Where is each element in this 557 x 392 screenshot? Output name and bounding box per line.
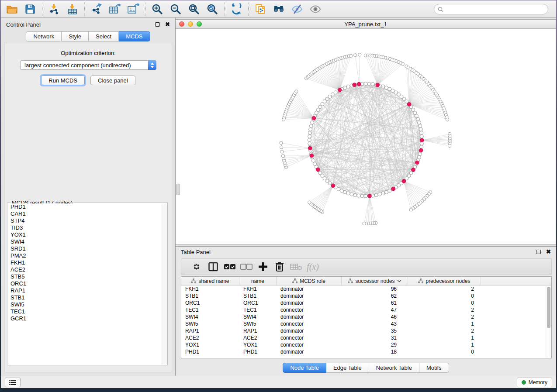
first-neighbors-button[interactable] — [271, 2, 286, 16]
zoom-selected-button[interactable] — [205, 2, 220, 16]
main-area: Control Panel ✖ NetworkStyleSelectMCDS O… — [1, 18, 556, 376]
hide-selected-button[interactable] — [290, 2, 304, 16]
memory-button[interactable]: Memory — [517, 378, 552, 387]
toolbar-separator — [224, 3, 225, 16]
mcds-result-item[interactable]: FKH1 — [8, 259, 162, 266]
mcds-result-item[interactable]: PMA2 — [8, 252, 162, 259]
network-canvas[interactable] — [176, 29, 556, 244]
table-row[interactable]: YOX1YOX1connector291 — [181, 341, 551, 348]
close-panel-button[interactable]: Close panel — [90, 76, 135, 85]
cell-predecessor-nodes: 2 — [408, 314, 481, 320]
add-column-button[interactable] — [255, 259, 271, 274]
refresh-view-button[interactable] — [229, 2, 244, 16]
tab-mcds[interactable]: MCDS — [119, 31, 150, 41]
tab-network[interactable]: Network — [26, 31, 62, 41]
zoom-out-button[interactable] — [168, 2, 183, 16]
mcds-result-item[interactable]: YOX1 — [8, 231, 162, 238]
close-icon[interactable]: ✖ — [165, 22, 170, 27]
mcds-result-item[interactable]: ORC1 — [8, 280, 162, 287]
export-table-icon — [109, 3, 121, 15]
float-icon[interactable] — [155, 22, 160, 27]
mcds-result-item[interactable]: SWI5 — [8, 301, 162, 308]
task-history-button[interactable] — [5, 378, 21, 387]
mcds-result-item[interactable]: TID3 — [8, 224, 162, 231]
panel-splitter-handle[interactable] — [176, 184, 180, 195]
toggle-columns-button[interactable] — [205, 259, 221, 274]
table-row[interactable]: STB1STB1dominator620 — [181, 292, 551, 299]
network-search-box[interactable] — [434, 4, 548, 14]
table-panel-title: Table Panel — [181, 249, 211, 255]
select-all-checks-button[interactable] — [221, 259, 238, 274]
tab-edge-table[interactable]: Edge Table — [326, 363, 369, 373]
column-header-shared-name[interactable]: shared name — [181, 277, 239, 285]
import-network-button[interactable] — [47, 2, 62, 16]
table-row[interactable]: PHD1PHD1dominator180 — [181, 348, 551, 355]
table-row[interactable]: FKH1FKH1dominator962 — [181, 285, 551, 292]
cell-predecessor-nodes: 1 — [408, 335, 481, 341]
show-all-button[interactable] — [308, 2, 323, 16]
float-icon[interactable] — [536, 250, 541, 254]
table-scrollbar[interactable] — [546, 286, 551, 358]
cell-mcds-role: dominator — [277, 314, 342, 320]
settings-button[interactable] — [188, 259, 205, 274]
mcds-result-item[interactable]: STB5 — [8, 273, 162, 280]
mcds-result-item[interactable]: STP4 — [8, 217, 162, 224]
result-list-scrollbar[interactable] — [162, 203, 167, 364]
run-mcds-button[interactable]: Run MCDS — [41, 76, 85, 85]
mcds-result-item[interactable]: SWI4 — [8, 238, 162, 245]
cell-name: FKH1 — [239, 286, 277, 292]
column-header-name[interactable]: name — [239, 277, 277, 285]
tab-select[interactable]: Select — [89, 31, 119, 41]
copy-network-button[interactable] — [253, 2, 268, 16]
table-row[interactable]: TEC1TEC1connector472 — [181, 306, 551, 313]
mcds-result-item[interactable]: SRD1 — [8, 245, 162, 252]
column-namespace-icon — [348, 279, 353, 283]
open-file-button[interactable] — [4, 2, 19, 16]
table-row[interactable]: ORC1ORC1dominator610 — [181, 299, 551, 306]
mcds-result-item[interactable]: PHD1 — [8, 203, 162, 210]
table-row[interactable]: ACE2ACE2connector311 — [181, 334, 551, 341]
column-label: MCDS role — [300, 278, 325, 284]
tab-node-table[interactable]: Node Table — [283, 363, 326, 373]
table-row[interactable]: SWI4SWI4dominator462 — [181, 313, 551, 320]
mcds-result-list[interactable]: PHD1CAR1STP4TID3YOX1SWI4SRD1PMA2FKH1ACE2… — [8, 203, 162, 364]
import-table-button[interactable] — [65, 2, 80, 16]
mcds-result-item[interactable]: GCR1 — [8, 315, 162, 322]
tab-motifs[interactable]: Motifs — [419, 363, 449, 373]
mcds-result-item[interactable]: STB1 — [8, 294, 162, 301]
zoom-fit-button[interactable] — [187, 2, 201, 16]
close-icon[interactable]: ✖ — [546, 250, 551, 254]
select-all-checks-icon — [224, 262, 236, 271]
save-session-button[interactable] — [23, 2, 38, 16]
column-namespace-icon — [418, 279, 423, 283]
deselect-all-checks-button[interactable] — [238, 259, 255, 274]
export-network-button[interactable] — [89, 2, 104, 16]
scrollbar-thumb[interactable] — [547, 287, 550, 328]
table-row[interactable]: RAP1RAP1dominator352 — [181, 327, 551, 334]
zoom-in-button[interactable] — [150, 2, 165, 16]
control-panel-titlebar: Control Panel ✖ — [1, 19, 175, 30]
list-icon — [9, 379, 17, 385]
search-icon — [438, 7, 443, 12]
deselect-all-checks-icon — [240, 262, 253, 271]
toolbar-separator — [145, 3, 145, 16]
mcds-result-item[interactable]: TEC1 — [8, 308, 162, 315]
mcds-result-item[interactable]: RAP1 — [8, 287, 162, 294]
toggle-columns-icon — [208, 261, 218, 272]
tab-style[interactable]: Style — [62, 31, 89, 41]
cell-mcds-role: connector — [277, 321, 342, 327]
search-input[interactable] — [446, 6, 548, 12]
tab-network-table[interactable]: Network Table — [369, 363, 419, 373]
column-header-predecessor-nodes[interactable]: predecessor nodes — [408, 277, 481, 285]
delete-column-button[interactable] — [271, 259, 288, 274]
mcds-panel: Optimization criterion: largest connecte… — [4, 43, 172, 372]
optimization-criterion-select[interactable]: largest connected component (undirected) — [20, 60, 156, 70]
mcds-result-item[interactable]: ACE2 — [8, 266, 162, 273]
column-header-mcds-role[interactable]: MCDS role — [277, 277, 342, 285]
export-table-button[interactable] — [107, 2, 122, 16]
export-image-button[interactable] — [126, 2, 141, 16]
table-row[interactable]: SWI5SWI5connector431 — [181, 320, 551, 327]
mcds-result-item[interactable]: CAR1 — [8, 210, 162, 217]
right-column: YPA_prune.txt_1 Table Panel — [176, 18, 556, 376]
column-header-successor-nodes[interactable]: successor nodes — [342, 277, 408, 285]
